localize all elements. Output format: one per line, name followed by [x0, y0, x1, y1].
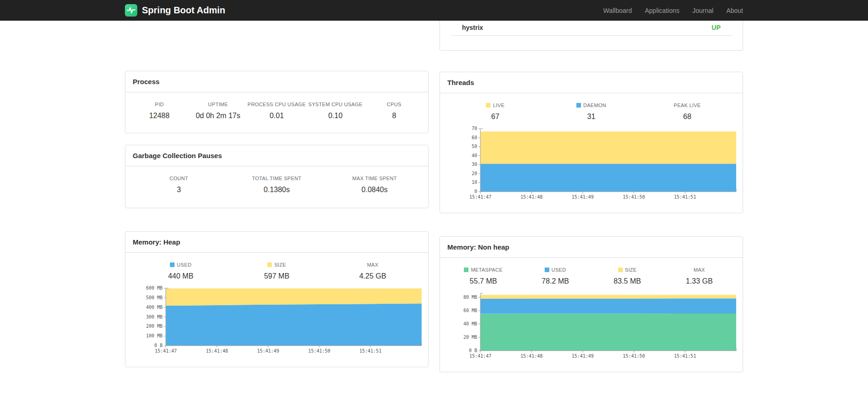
svg-text:70: 70	[472, 126, 477, 131]
stat-label-text: USED	[552, 267, 566, 273]
svg-text:15:41:49: 15:41:49	[257, 348, 279, 353]
stat-value: 8	[365, 112, 423, 120]
svg-text:15:41:47: 15:41:47	[469, 194, 491, 199]
svg-text:15:41:50: 15:41:50	[623, 353, 645, 359]
used-series-swatch	[170, 262, 175, 267]
svg-text:0: 0	[474, 189, 477, 194]
stat-value: 31	[543, 113, 639, 121]
memory-nonheap-panel: Memory: Non heap METASPACE 55.7 MB USED	[440, 236, 743, 372]
svg-text:300 MB: 300 MB	[146, 314, 163, 319]
svg-text:40 MB: 40 MB	[463, 321, 477, 326]
size-series-swatch	[267, 262, 272, 267]
stat-label: SYSTEM CPU USAGE	[306, 102, 365, 107]
health-panel-spacer	[440, 36, 743, 50]
svg-text:20 MB: 20 MB	[463, 335, 477, 340]
svg-text:100 MB: 100 MB	[146, 333, 163, 338]
stat-label: SIZE	[229, 262, 325, 268]
stat-label: UPTIME	[189, 102, 248, 107]
svg-text:15:41:48: 15:41:48	[520, 353, 542, 359]
right-column: hystrix UP Threads LIVE 67	[440, 21, 743, 372]
stat-nonheap-size: SIZE 83.5 MB	[592, 267, 664, 285]
stat-value: 83.5 MB	[592, 277, 664, 285]
stat-label-text: DAEMON	[583, 102, 606, 108]
svg-text:15:41:50: 15:41:50	[308, 348, 330, 353]
stat-label-text: LIVE	[493, 102, 504, 108]
stat-nonheap-used: USED 78.2 MB	[519, 267, 592, 285]
left-column: Process PID 12488 UPTIME 0d 0h 2m 17s PR…	[125, 71, 428, 367]
pulse-logo-icon	[125, 4, 137, 17]
stat-value: 0.0840s	[326, 186, 423, 194]
stat-uptime: UPTIME 0d 0h 2m 17s	[189, 102, 248, 120]
stat-label: LIVE	[447, 102, 543, 108]
stat-value: 1.33 GB	[663, 277, 735, 285]
stat-value: 597 MB	[229, 272, 325, 280]
stat-label: METASPACE	[447, 267, 519, 273]
stat-heap-used: USED 440 MB	[133, 262, 229, 280]
nav-applications[interactable]: Applications	[638, 7, 686, 14]
stat-value: 0.10	[306, 112, 365, 120]
stat-pid: PID 12488	[130, 102, 189, 120]
stat-value: 55.7 MB	[447, 277, 519, 285]
svg-text:20: 20	[472, 171, 477, 176]
memory-heap-panel-title: Memory: Heap	[125, 232, 428, 253]
svg-text:0 B: 0 B	[154, 343, 163, 348]
stat-value: 0.1380s	[228, 186, 326, 194]
stat-label-text: PEAK LIVE	[674, 102, 701, 108]
svg-text:50: 50	[472, 144, 477, 149]
stat-heap-size: SIZE 597 MB	[229, 262, 325, 280]
svg-text:200 MB: 200 MB	[146, 324, 163, 329]
heap-area-chart: 0 B100 MB200 MB300 MB400 MB500 MB600 MB1…	[144, 286, 421, 358]
stat-label-text: SIZE	[274, 262, 286, 268]
stat-value: 67	[447, 113, 543, 121]
nav-about[interactable]: About	[720, 7, 743, 14]
nav-links: Wallboard Applications Journal About	[597, 7, 743, 14]
svg-text:15:41:48: 15:41:48	[520, 194, 542, 199]
stat-label: USED	[133, 262, 229, 268]
svg-text:15:41:48: 15:41:48	[206, 348, 228, 353]
health-panel-cutoff: hystrix UP	[440, 21, 743, 51]
stat-value: 0.01	[248, 112, 306, 120]
threads-panel: Threads LIVE 67 DAEMON	[440, 72, 743, 213]
stat-label: PEAK LIVE	[639, 102, 735, 108]
stat-label-text: METASPACE	[471, 267, 502, 273]
svg-text:15:41:49: 15:41:49	[572, 194, 594, 199]
live-series-swatch	[486, 103, 490, 108]
stat-label: SIZE	[592, 267, 664, 273]
gc-stats: COUNT 3 TOTAL TIME SPENT 0.1380s MAX TIM…	[125, 166, 428, 208]
stat-gc-max-time: MAX TIME SPENT 0.0840s	[326, 176, 423, 194]
stat-label: CPUS	[365, 102, 423, 107]
threads-body: LIVE 67 DAEMON 31 PEAK	[440, 93, 743, 213]
svg-text:15:41:51: 15:41:51	[360, 348, 382, 353]
stat-label: PROCESS CPU USAGE	[248, 102, 306, 107]
svg-text:400 MB: 400 MB	[146, 305, 163, 310]
stat-label: COUNT	[130, 176, 228, 181]
process-panel-title: Process	[125, 71, 428, 92]
stat-label: DAEMON	[543, 102, 639, 108]
metaspace-series-swatch	[464, 268, 468, 272]
used-series-swatch	[545, 268, 549, 272]
stat-system-cpu: SYSTEM CPU USAGE 0.10	[306, 102, 365, 120]
size-series-swatch	[618, 268, 623, 272]
stat-gc-count: COUNT 3	[130, 176, 228, 194]
stat-label: PID	[130, 102, 189, 107]
brand-link[interactable]: Spring Boot Admin	[125, 4, 225, 17]
svg-text:15:41:51: 15:41:51	[674, 194, 696, 199]
svg-text:60 MB: 60 MB	[463, 308, 477, 313]
memory-heap-panel: Memory: Heap USED 440 MB SIZE	[125, 231, 428, 367]
stat-value: 4.25 GB	[325, 272, 421, 280]
health-row-hystrix: hystrix UP	[451, 21, 732, 36]
svg-text:30: 30	[472, 162, 477, 167]
stat-label: MAX	[663, 267, 735, 273]
stat-heap-max: MAX 4.25 GB	[325, 262, 421, 280]
memory-nonheap-body: METASPACE 55.7 MB USED 78.2 MB	[440, 258, 743, 372]
stat-nonheap-max: MAX 1.33 GB	[663, 267, 735, 285]
svg-text:0 B: 0 B	[469, 348, 477, 353]
heap-legend: USED 440 MB SIZE 597 MB	[133, 262, 421, 280]
svg-text:15:41:49: 15:41:49	[572, 353, 594, 359]
nav-wallboard[interactable]: Wallboard	[597, 7, 638, 14]
stat-threads-peak: PEAK LIVE 68	[639, 102, 735, 121]
svg-text:15:41:50: 15:41:50	[623, 194, 645, 199]
svg-text:10: 10	[472, 180, 477, 185]
svg-text:15:41:47: 15:41:47	[469, 353, 491, 359]
nav-journal[interactable]: Journal	[686, 7, 720, 14]
